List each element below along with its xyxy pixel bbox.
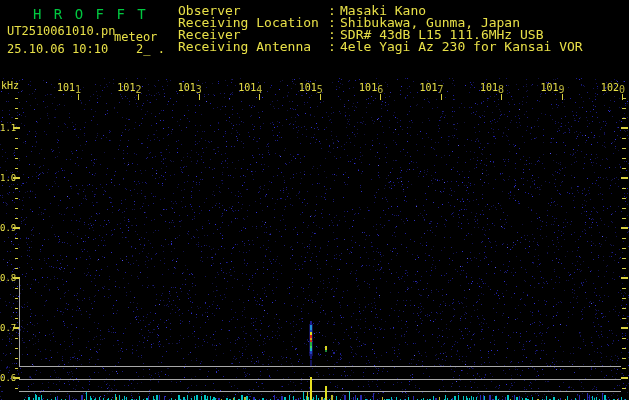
- info-value: 4ele Yagi Az 230 for Kansai VOR: [340, 39, 583, 54]
- time-tick-label: 1013: [176, 83, 202, 93]
- time-tick: [441, 94, 442, 100]
- freq-major-tick: [13, 227, 20, 229]
- freq-minor-tick: [622, 388, 626, 389]
- freq-minor-tick: [15, 168, 18, 169]
- app-title: H R O F F T: [33, 6, 148, 22]
- time-tick-label: 1018: [478, 83, 504, 93]
- time-label-main: 101: [117, 82, 135, 93]
- freq-minor-tick: [622, 218, 626, 219]
- time-label-main: 101: [178, 82, 196, 93]
- freq-minor-tick: [15, 108, 18, 109]
- reference-line: [19, 366, 621, 367]
- freq-major-tick: [13, 127, 20, 129]
- meteor-echo-segment: [310, 360, 312, 366]
- time-label-main: 101: [480, 82, 498, 93]
- echo-count: 2_ .: [136, 42, 165, 56]
- freq-minor-tick: [622, 338, 626, 339]
- time-tick-label: 1011: [55, 83, 81, 93]
- time-label-main: 102: [601, 82, 619, 93]
- freq-minor-tick: [15, 198, 18, 199]
- freq-minor-tick: [622, 188, 626, 189]
- freq-minor-tick: [622, 268, 626, 269]
- signal-spike: [325, 386, 327, 400]
- freq-minor-tick: [15, 248, 18, 249]
- time-tick: [501, 94, 502, 100]
- freq-minor-tick: [15, 308, 18, 309]
- echo-dot: [309, 324, 310, 356]
- freq-minor-tick: [622, 368, 626, 369]
- time-label-main: 101: [359, 82, 377, 93]
- info-label: Receiving Antenna: [178, 41, 328, 53]
- time-label-main: 101: [420, 82, 438, 93]
- freq-axis-unit: kHz: [1, 80, 19, 91]
- reference-line: [19, 279, 20, 367]
- freq-minor-tick: [15, 288, 18, 289]
- meteor-label: meteor: [114, 30, 157, 44]
- time-tick: [320, 94, 321, 100]
- freq-minor-tick: [15, 208, 18, 209]
- signal-spike: [349, 391, 350, 400]
- freq-minor-tick: [622, 348, 626, 349]
- time-tick-label: 1017: [418, 83, 444, 93]
- freq-major-tick: [13, 177, 20, 179]
- freq-major-tick: [621, 327, 628, 329]
- time-label-main: 101: [57, 82, 75, 93]
- freq-minor-tick: [622, 98, 626, 99]
- capture-datetime: 25.10.06 10:10: [7, 42, 108, 56]
- freq-minor-tick: [622, 168, 626, 169]
- capture-filename: UT2510061010.pn: [7, 24, 115, 38]
- time-label-main: 101: [238, 82, 256, 93]
- freq-minor-tick: [15, 358, 18, 359]
- reference-line: [19, 391, 621, 392]
- time-tick-label: 1020: [599, 83, 625, 93]
- echo-dot: [325, 350, 327, 352]
- freq-minor-tick: [622, 288, 626, 289]
- freq-minor-tick: [15, 218, 18, 219]
- signal-spike: [307, 392, 308, 400]
- time-tick: [138, 94, 139, 100]
- freq-minor-tick: [622, 148, 626, 149]
- freq-minor-tick: [622, 308, 626, 309]
- freq-minor-tick: [15, 258, 18, 259]
- echo-dot: [318, 353, 319, 355]
- freq-minor-tick: [15, 238, 18, 239]
- time-tick: [380, 94, 381, 100]
- echo-dot: [333, 352, 335, 354]
- station-info: Observer: Masaki Kano Receiving Location…: [178, 5, 583, 53]
- freq-minor-tick: [622, 138, 626, 139]
- freq-minor-tick: [622, 358, 626, 359]
- freq-minor-tick: [15, 388, 18, 389]
- freq-minor-tick: [622, 318, 626, 319]
- time-label-main: 101: [299, 82, 317, 93]
- freq-minor-tick: [622, 258, 626, 259]
- time-label-main: 101: [540, 82, 558, 93]
- freq-minor-tick: [15, 148, 18, 149]
- freq-major-tick: [621, 177, 628, 179]
- freq-minor-tick: [15, 138, 18, 139]
- freq-minor-tick: [622, 198, 626, 199]
- hrofft-window: H R O F F T UT2510061010.pn meteor 25.10…: [0, 0, 629, 400]
- freq-minor-tick: [622, 238, 626, 239]
- time-tick: [199, 94, 200, 100]
- time-tick-label: 1014: [236, 83, 262, 93]
- freq-minor-tick: [15, 118, 18, 119]
- freq-major-tick: [621, 277, 628, 279]
- time-tick: [259, 94, 260, 100]
- time-tick-label: 1012: [115, 83, 141, 93]
- spectrogram-noise-canvas: [0, 0, 629, 400]
- freq-minor-tick: [622, 118, 626, 119]
- freq-minor-tick: [15, 188, 18, 189]
- freq-minor-tick: [15, 318, 18, 319]
- echo-dot: [312, 324, 313, 356]
- reference-line: [19, 379, 621, 380]
- freq-minor-tick: [622, 158, 626, 159]
- freq-minor-tick: [622, 298, 626, 299]
- freq-minor-tick: [15, 298, 18, 299]
- freq-major-tick: [621, 377, 628, 379]
- info-row-antenna: Receiving Antenna: 4ele Yagi Az 230 for …: [178, 41, 583, 53]
- freq-minor-tick: [15, 98, 18, 99]
- freq-minor-tick: [15, 348, 18, 349]
- freq-major-tick: [621, 227, 628, 229]
- freq-minor-tick: [622, 108, 626, 109]
- freq-minor-tick: [15, 158, 18, 159]
